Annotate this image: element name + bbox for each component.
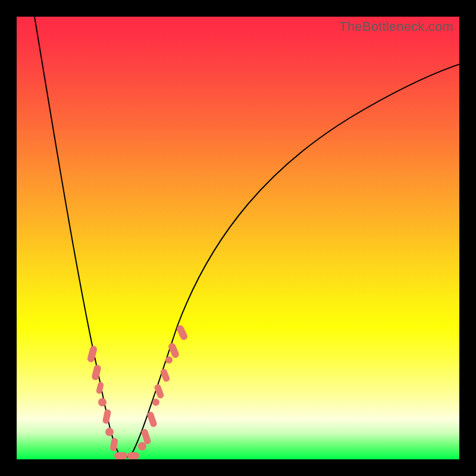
data-marker [146,411,158,428]
data-marker [165,356,173,364]
data-marker [96,381,104,394]
bottleneck-curve [17,17,459,459]
data-marker [102,409,112,424]
marker-group [87,324,189,459]
data-marker [91,364,102,381]
data-marker [127,452,139,459]
data-marker [114,452,127,459]
plot-area: TheBottleneck.com [17,17,459,459]
chart-frame: TheBottleneck.com [0,0,476,476]
data-marker [176,324,189,342]
data-marker [105,428,114,436]
data-marker [87,345,98,363]
data-marker [98,398,107,406]
data-marker [152,399,159,406]
